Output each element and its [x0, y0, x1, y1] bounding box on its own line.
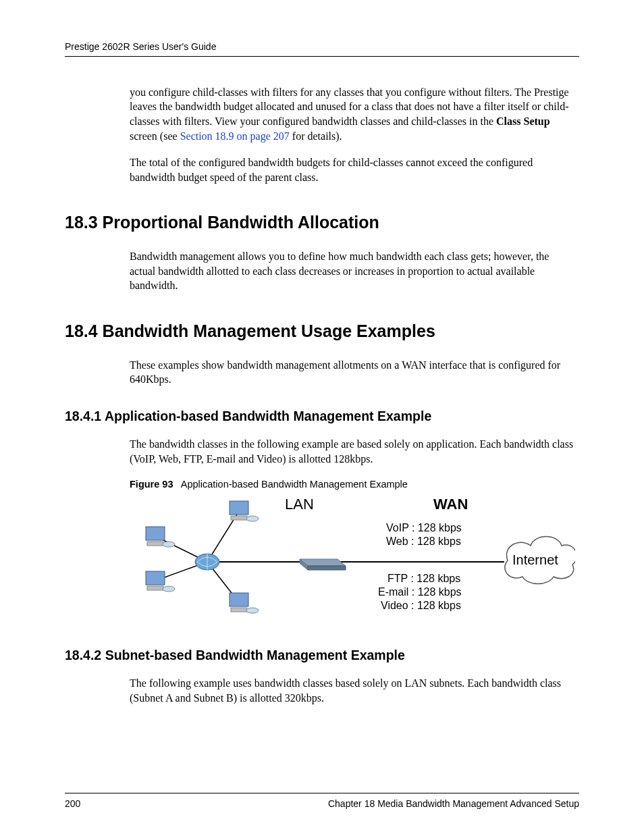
page-footer: 200 Chapter 18 Media Bandwidth Managemen… [65, 793, 579, 810]
svg-point-17 [246, 608, 259, 613]
paragraph-18-4-2: The following example uses bandwidth cla… [130, 676, 575, 705]
class-setup-bold: Class Setup [496, 115, 550, 127]
svg-rect-16 [231, 608, 247, 612]
bw-lower-2: Video : 128 kbps [381, 600, 461, 611]
paragraph-budget-total: The total of the configured bandwidth bu… [130, 155, 575, 184]
heading-18-4: 18.4 Bandwidth Management Usage Examples [65, 320, 579, 343]
paragraph-child-classes: you configure child-classes with filters… [130, 85, 575, 143]
bw-upper-1: Web : 128 kbps [386, 536, 461, 547]
pc-icon [230, 501, 259, 521]
figure-93-caption: Figure 93 Application-based Bandwidth Ma… [130, 478, 579, 492]
heading-18-4-2: 18.4.2 Subnet-based Bandwidth Management… [65, 646, 579, 664]
figure-93-diagram: LAN WAN [130, 494, 575, 626]
svg-rect-15 [230, 593, 248, 606]
paragraph-18-3: Bandwidth management allows you to defin… [130, 249, 575, 293]
heading-18-3: 18.3 Proportional Bandwidth Allocation [65, 211, 579, 234]
bw-upper-0: VoIP : 128 kbps [386, 522, 462, 533]
svg-rect-12 [146, 571, 165, 585]
running-header: Prestige 2602R Series User's Guide [65, 41, 579, 57]
router-icon [195, 554, 219, 570]
svg-rect-7 [231, 516, 247, 520]
internet-label: Internet [512, 552, 558, 567]
bw-lower-1: E-mail : 128 kbps [378, 586, 462, 598]
modem-icon [300, 559, 346, 570]
pc-icon [146, 571, 175, 592]
page-number: 200 [65, 798, 80, 810]
svg-point-11 [163, 542, 175, 547]
svg-rect-13 [147, 586, 163, 590]
section-18-9-link[interactable]: Section 18.9 on page 207 [180, 130, 290, 142]
paragraph-18-4-1: The bandwidth classes in the following e… [130, 437, 575, 466]
paragraph-18-4: These examples show bandwidth management… [130, 358, 575, 387]
intro-block: you configure child-classes with filters… [130, 85, 575, 185]
svg-point-14 [163, 586, 175, 592]
lan-label: LAN [285, 496, 314, 513]
bw-lower-0: FTP : 128 kbps [387, 573, 460, 584]
pc-icon [146, 527, 175, 547]
heading-18-4-1: 18.4.1 Application-based Bandwidth Manag… [65, 407, 579, 425]
svg-rect-6 [230, 501, 248, 515]
svg-point-8 [246, 516, 259, 521]
guide-title: Prestige 2602R Series User's Guide [65, 41, 216, 52]
internet-cloud-icon: Internet [505, 536, 575, 583]
chapter-title: Chapter 18 Media Bandwidth Management Ad… [328, 798, 579, 810]
wan-label: WAN [433, 496, 468, 513]
svg-rect-9 [146, 527, 165, 540]
pc-icon [230, 593, 259, 613]
svg-rect-10 [147, 542, 163, 546]
